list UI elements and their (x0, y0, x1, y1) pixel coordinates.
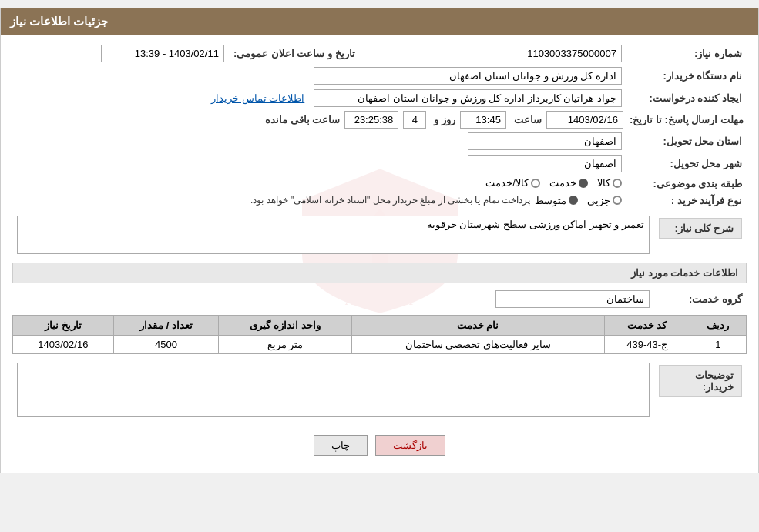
col-row-header: ردیف (690, 315, 746, 335)
purchase-medium-radio (569, 196, 578, 205)
reply-days-value: 4 (403, 111, 426, 129)
purchase-partial-radio (613, 196, 622, 205)
table-cell-unit: متر مربع (219, 335, 351, 353)
reply-time-label: ساعت (514, 114, 542, 125)
purchase-partial-label: جزیی (587, 195, 610, 206)
page-header: جزئیات اطلاعات نیاز (1, 8, 758, 35)
page-title: جزئیات اطلاعات نیاز (10, 15, 108, 28)
buyer-notes-value-cell (12, 360, 654, 421)
subject-service-radio (579, 179, 588, 188)
reply-remaining-label: ساعت باقی مانده (265, 114, 340, 125)
subject-service-label: خدمت (549, 177, 576, 189)
subject-goods-service-option[interactable]: کالا/خدمت (485, 177, 540, 189)
reply-date-value: 1403/02/16 (546, 111, 623, 129)
purchase-radio-group: جزیی متوسط (535, 195, 622, 206)
col-code-header: کد خدمت (604, 315, 690, 335)
service-group-value-cell: ساختمان (12, 288, 654, 310)
main-info-table: شماره نیاز: 1103003375000007 تاریخ و ساع… (12, 42, 747, 209)
page-wrapper: Ana Tender جزئیات اطلاعات نیاز شماره نیا… (0, 8, 759, 473)
need-description-value: تعمیر و تجهیز اماکن ورزشی سطح شهرستان جر… (17, 216, 650, 254)
purchase-type-label: نوع فرآیند خرید : (626, 192, 747, 209)
table-cell-row: 1 (690, 335, 746, 353)
province-value: اصفهان (468, 132, 622, 150)
province-label: استان محل تحویل: (626, 130, 747, 152)
col-qty-header: تعداد / مقدار (113, 315, 219, 335)
content-area: شماره نیاز: 1103003375000007 تاریخ و ساع… (1, 35, 758, 473)
purchase-partial-option[interactable]: جزیی (587, 195, 622, 206)
buyer-org-label: نام دستگاه خریدار: (626, 65, 747, 87)
service-group-label: گروه خدمت: (654, 288, 747, 310)
city-value-cell: اصفهان (12, 152, 626, 175)
buyer-notes-textarea[interactable] (17, 363, 650, 417)
reply-deadline-label: مهلت ارسال پاسخ: تا تاریخ: (626, 109, 747, 130)
subject-value-cell: کالا خدمت کالا/خدمت (12, 175, 626, 192)
reply-day-label: روز و (434, 114, 455, 125)
col-unit-header: واحد اندازه گیری (219, 315, 351, 335)
purchase-medium-label: متوسط (535, 195, 566, 206)
subject-goods-option[interactable]: کالا (597, 177, 622, 189)
subject-goods-service-radio (531, 179, 540, 188)
service-group-table: گروه خدمت: ساختمان (12, 288, 747, 310)
services-data-table: ردیف کد خدمت نام خدمت واحد اندازه گیری ت… (12, 315, 747, 354)
col-date-header: تاریخ نیاز (13, 315, 114, 335)
city-label: شهر محل تحویل: (626, 152, 747, 175)
back-button[interactable]: بازگشت (375, 435, 445, 456)
table-cell-date: 1403/02/16 (13, 335, 114, 353)
table-cell-code: ج-43-439 (604, 335, 690, 353)
subject-service-option[interactable]: خدمت (549, 177, 588, 189)
table-cell-name: سایر فعالیت‌های تخصصی ساختمان (351, 335, 604, 353)
subject-radio-group: کالا خدمت کالا/خدمت (485, 177, 622, 189)
table-row: 1ج-43-439سایر فعالیت‌های تخصصی ساختمانمت… (13, 335, 747, 353)
reply-remaining-value: 23:25:38 (344, 111, 398, 129)
creator-value: جواد هراتیان کاربرداز اداره کل ورزش و جو… (314, 89, 622, 107)
announce-datetime-value-cell: 1403/02/11 - 13:39 (12, 42, 229, 65)
purchase-medium-option[interactable]: متوسط (535, 195, 578, 206)
buyer-org-value-cell: اداره کل ورزش و جوانان استان اصفهان (12, 65, 626, 87)
creator-label: ایجاد کننده درخواست: (626, 87, 747, 109)
need-description-table: شرح کلی نیاز: تعمیر و تجهیز اماکن ورزشی … (12, 213, 747, 256)
print-button[interactable]: چاپ (314, 435, 368, 456)
announce-datetime-value: 1403/02/11 - 13:39 (101, 45, 224, 62)
need-number-label: شماره نیاز: (626, 42, 747, 65)
purchase-note: پرداخت تمام یا بخشی از مبلغ خریداز محل "… (250, 195, 530, 206)
reply-deadline-value-cell: 1403/02/16 ساعت 13:45 روز و 4 23:25:38 س… (12, 109, 626, 130)
creator-contact-link[interactable]: اطلاعات تماس خریدار (211, 92, 304, 104)
need-description-section-title: شرح کلی نیاز: (659, 218, 742, 239)
subject-goods-label: کالا (597, 177, 610, 189)
subject-label: طبقه بندی موضوعی: (626, 175, 747, 192)
col-name-header: نام خدمت (351, 315, 604, 335)
need-description-value-cell: تعمیر و تجهیز اماکن ورزشی سطح شهرستان جر… (12, 213, 654, 256)
need-number-value-cell: 1103003375000007 (360, 42, 626, 65)
province-value-cell: اصفهان (12, 130, 626, 152)
reply-time-value: 13:45 (460, 111, 506, 129)
table-cell-qty: 4500 (113, 335, 219, 353)
subject-goods-service-label: کالا/خدمت (485, 177, 529, 189)
creator-value-cell: جواد هراتیان کاربرداز اداره کل ورزش و جو… (12, 87, 626, 109)
button-row: بازگشت چاپ (12, 426, 747, 465)
purchase-type-value-cell: جزیی متوسط پرداخت تمام یا بخشی از مبلغ خ… (12, 192, 626, 209)
buyer-notes-table: توضیحات خریدار: (12, 360, 747, 421)
city-value: اصفهان (468, 155, 622, 172)
need-number-value: 1103003375000007 (468, 45, 622, 62)
announce-datetime-label: تاریخ و ساعت اعلان عمومی: (229, 42, 360, 65)
services-section-title: اطلاعات خدمات مورد نیاز (12, 263, 747, 283)
buyer-org-value: اداره کل ورزش و جوانان استان اصفهان (314, 67, 622, 85)
buyer-notes-section-title: توضیحات خریدار: (659, 365, 742, 397)
subject-goods-radio (613, 179, 622, 188)
service-group-value: ساختمان (495, 290, 650, 308)
